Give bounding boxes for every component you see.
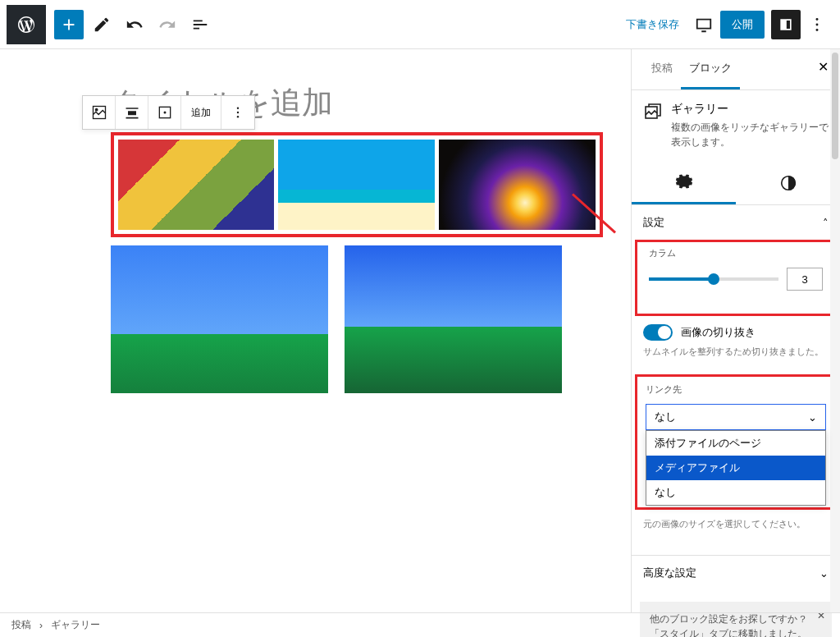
settings-panel-header[interactable]: 設定 ˄ <box>632 205 840 240</box>
svg-point-0 <box>816 18 819 21</box>
block-description: 複数の画像をリッチなギャラリーで表示します。 <box>671 120 829 149</box>
link-to-dropdown: 添付ファイルのページ メディアファイル なし <box>646 430 826 506</box>
annotation-box-columns: カラム <box>635 240 837 316</box>
breadcrumb-item[interactable]: 投稿 <box>11 618 31 632</box>
block-breadcrumb: 投稿 › ギャラリー <box>0 612 840 637</box>
svg-point-8 <box>237 112 239 113</box>
dropdown-option-selected[interactable]: メディアファイル <box>646 456 825 480</box>
sidebar-toggle-button[interactable] <box>771 10 801 39</box>
tab-post[interactable]: 投稿 <box>643 49 681 89</box>
document-outline-button[interactable] <box>185 10 215 39</box>
gallery-image[interactable] <box>439 140 596 230</box>
edit-mode-button[interactable] <box>87 10 116 39</box>
gallery-block-row <box>111 245 603 393</box>
close-sidebar-button[interactable]: ✕ <box>818 59 829 75</box>
crop-help-text: サムネイルを整列するため切り抜きました。 <box>632 342 840 368</box>
slider-thumb[interactable] <box>708 273 719 285</box>
block-toolbar: 追加 <box>82 95 255 130</box>
chevron-down-icon: ⌄ <box>819 567 829 580</box>
block-card: ギャラリー 複数の画像をリッチなギャラリーで表示します。 <box>632 90 840 161</box>
block-name: ギャラリー <box>671 102 829 117</box>
svg-point-6 <box>164 112 166 113</box>
link-to-select[interactable]: なし ⌄ <box>646 404 826 430</box>
redo-button[interactable] <box>153 10 182 39</box>
gallery-image[interactable] <box>111 245 328 393</box>
columns-slider[interactable] <box>649 277 778 281</box>
subtab-settings[interactable] <box>632 161 736 204</box>
link-to-label: リンク先 <box>646 383 826 396</box>
dropdown-option[interactable]: なし <box>646 480 825 505</box>
breadcrumb-item[interactable]: ギャラリー <box>51 618 100 632</box>
svg-point-1 <box>816 23 819 25</box>
image-settings-button[interactable] <box>148 96 181 129</box>
more-options-button[interactable] <box>221 96 254 129</box>
advanced-panel-header[interactable]: 高度な設定 ⌄ <box>632 556 840 590</box>
gallery-icon <box>643 102 663 121</box>
gallery-image[interactable] <box>345 245 562 393</box>
editor-topbar: 下書き保存 公開 <box>0 0 840 49</box>
publish-button[interactable]: 公開 <box>720 11 765 39</box>
columns-label: カラム <box>649 247 823 259</box>
crop-toggle[interactable] <box>643 324 673 341</box>
svg-point-2 <box>816 28 819 30</box>
columns-number-input[interactable] <box>787 268 823 291</box>
chevron-up-icon: ˄ <box>823 217 829 229</box>
gallery-image[interactable] <box>278 140 435 230</box>
sidebar-tabs: 投稿 ブロック ✕ <box>632 49 840 90</box>
gallery-image[interactable] <box>118 140 275 230</box>
undo-button[interactable] <box>120 10 149 39</box>
block-type-icon[interactable] <box>83 96 116 129</box>
annotation-box-link: リンク先 なし ⌄ 添付ファイルのページ メディアファイル なし サムネイル ⌄ <box>635 374 837 510</box>
svg-point-4 <box>95 108 98 111</box>
image-size-help: 元の画像のサイズを選択してください。 <box>632 513 840 540</box>
sidebar-scrollbar[interactable] <box>830 49 840 612</box>
gallery-block-selected[interactable] <box>111 132 603 237</box>
svg-point-9 <box>237 116 239 117</box>
add-block-button[interactable] <box>54 10 84 39</box>
svg-point-7 <box>237 108 239 109</box>
dropdown-option[interactable]: 添付ファイルのページ <box>646 431 825 456</box>
align-button[interactable] <box>116 96 148 129</box>
add-image-button[interactable]: 追加 <box>181 96 221 129</box>
inspector-subtabs <box>632 161 840 205</box>
editor-canvas: タイトルを追加 <box>0 49 631 612</box>
save-draft-link[interactable]: 下書き保存 <box>618 17 687 32</box>
more-menu-button[interactable] <box>802 10 832 39</box>
subtab-styles[interactable] <box>736 161 840 204</box>
wordpress-logo[interactable] <box>7 5 46 44</box>
settings-sidebar: 投稿 ブロック ✕ ギャラリー 複数の画像をリッチなギャラリーで表示します。 設… <box>631 49 840 612</box>
chevron-down-icon: ⌄ <box>808 411 817 424</box>
tab-block[interactable]: ブロック <box>681 49 740 89</box>
preview-button[interactable] <box>689 10 719 39</box>
crop-toggle-label: 画像の切り抜き <box>681 325 756 340</box>
scrollbar-thumb[interactable] <box>832 53 838 159</box>
